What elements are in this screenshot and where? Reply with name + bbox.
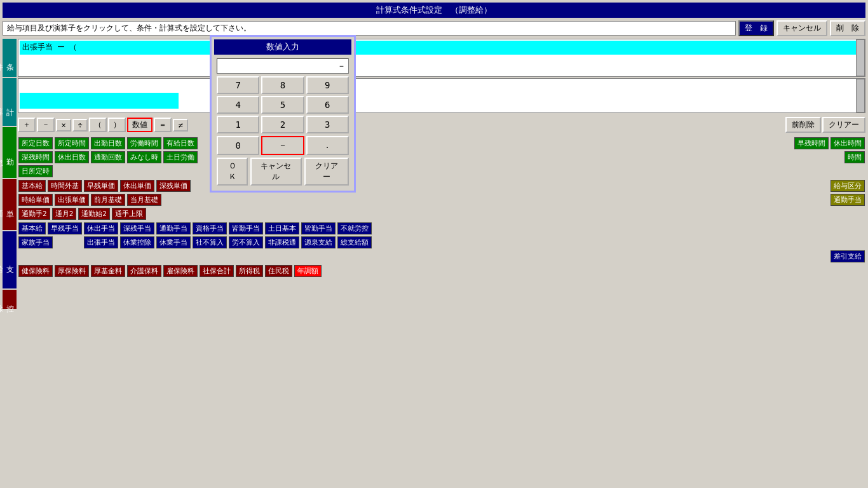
modal-title: 数値入力 [214,39,351,55]
modal-clear-button[interactable]: クリアー [304,158,349,186]
calc-4[interactable]: 4 [217,96,259,114]
calc-6[interactable]: 6 [306,96,349,114]
calc-5[interactable]: 5 [261,96,304,114]
calc-1[interactable]: 1 [217,116,259,133]
calc-2[interactable]: 2 [261,116,304,133]
display-value: － [337,60,346,72]
main-window: 計算式条件式設定 （調整給） 給与項目及び演算子をクリックして、条件・計算式を設… [0,0,868,488]
calc-minus[interactable]: － [261,136,304,155]
calc-0[interactable]: 0 [217,136,259,155]
modal-ok-button[interactable]: ＯＫ [217,158,248,186]
modal-cancel-button[interactable]: キャンセル [250,158,302,186]
calc-8[interactable]: 8 [261,76,304,94]
calc-9[interactable]: 9 [306,76,349,94]
zero-row: 0 － ． [217,136,349,155]
calc-7[interactable]: 7 [217,76,259,94]
modal-action-btns: ＯＫ キャンセル クリアー [217,158,349,186]
modal-overlay: 数値入力 － 7 8 9 4 5 6 1 2 3 0 － ． [0,0,868,488]
numpad-modal: 数値入力 － 7 8 9 4 5 6 1 2 3 0 － ． [210,35,356,193]
calc-display: － [217,58,349,74]
calc-dot[interactable]: ． [306,136,349,155]
calc-3[interactable]: 3 [306,116,349,133]
calc-grid: 7 8 9 4 5 6 1 2 3 [217,76,349,133]
